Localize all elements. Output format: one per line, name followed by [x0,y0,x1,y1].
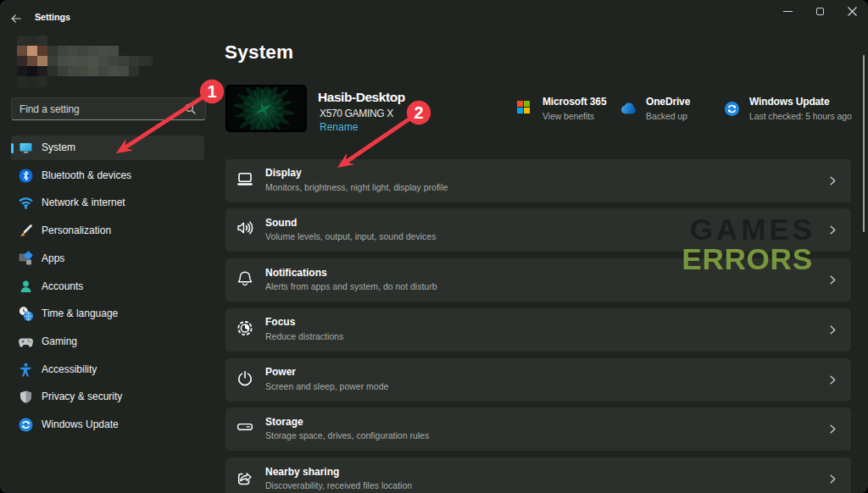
svg-text:1: 1 [207,82,216,101]
svg-text:2: 2 [414,103,423,122]
